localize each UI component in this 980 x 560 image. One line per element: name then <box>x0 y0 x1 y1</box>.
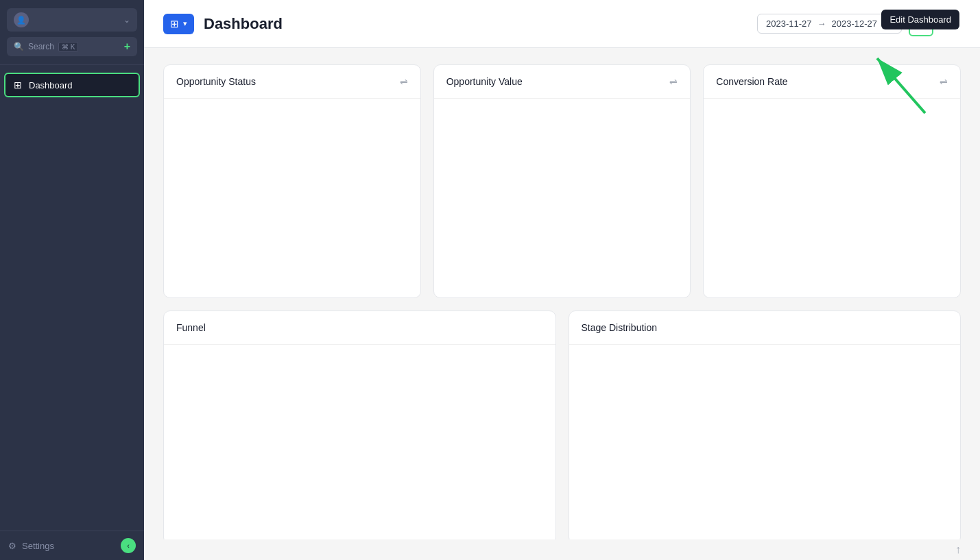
card-title: Conversion Rate <box>716 76 787 87</box>
filter-icon[interactable]: ⇌ <box>940 76 948 87</box>
sidebar-top: 👤 ⌄ 🔍 Search ⌘ K + <box>0 0 144 65</box>
calendar-icon: 📅 <box>883 19 893 29</box>
card-body <box>164 99 420 297</box>
sidebar-bottom: ⚙ Settings ‹ <box>0 531 144 560</box>
page-title: Dashboard <box>204 15 283 33</box>
date-from: 2023-11-27 <box>766 19 812 29</box>
badge-grid-icon: ⊞ <box>170 18 179 30</box>
settings-icon: ⚙ <box>8 541 16 551</box>
card-body <box>164 345 555 539</box>
main-content: Edit Dashboard ⊞ ▾ Dashboard 2023-11-27 … <box>144 0 980 560</box>
settings-label: Settings <box>22 541 54 551</box>
date-to: 2023-12-27 <box>832 19 878 29</box>
workspace-selector[interactable]: 👤 ⌄ <box>7 8 137 32</box>
cards-row-2: Funnel Stage Distribution <box>163 311 961 539</box>
filter-icon[interactable]: ⇌ <box>400 76 408 87</box>
workspace-chevron-icon: ⌄ <box>123 15 130 25</box>
search-bar[interactable]: 🔍 Search ⌘ K + <box>7 37 137 56</box>
badge-chevron-icon: ▾ <box>183 19 187 28</box>
pencil-icon: ✏ <box>917 19 925 29</box>
stage-distribution-card: Stage Distribution <box>569 311 961 539</box>
edit-dashboard-button[interactable]: ✏ <box>909 12 933 36</box>
more-options-button[interactable]: ⋮ <box>940 12 961 36</box>
search-shortcut: ⌘ K <box>58 42 78 52</box>
date-range-picker[interactable]: 2023-11-27 → 2023-12-27 📅 <box>757 14 902 34</box>
workspace-icon: 👤 <box>14 12 29 27</box>
search-plus-icon[interactable]: + <box>124 40 130 53</box>
header: Edit Dashboard ⊞ ▾ Dashboard 2023-11-27 … <box>144 0 980 48</box>
card-title: Funnel <box>176 322 206 333</box>
card-title: Stage Distribution <box>582 322 658 333</box>
sidebar-item-label: Dashboard <box>29 80 73 90</box>
funnel-card: Funnel <box>163 311 556 539</box>
export-icon[interactable]: ↑ <box>955 544 961 556</box>
card-body <box>569 345 961 539</box>
collapse-button[interactable]: ‹ <box>121 538 136 553</box>
search-icon: 🔍 <box>14 42 24 51</box>
card-title: Opportunity Value <box>446 76 523 87</box>
dashboard-icon: ⊞ <box>14 80 22 90</box>
footer-bar: ↑ <box>144 539 980 560</box>
conversion-rate-card: Conversion Rate ⇌ <box>703 64 961 298</box>
sidebar-nav: ⊞ Dashboard <box>0 65 144 531</box>
settings-item[interactable]: ⚙ Settings <box>8 541 54 551</box>
card-body <box>704 99 960 297</box>
card-body <box>434 99 691 297</box>
cards-row-1: Opportunity Status ⇌ Opportunity Value ⇌… <box>163 64 961 298</box>
more-dots-icon: ⋮ <box>944 16 957 32</box>
content-area: Opportunity Status ⇌ Opportunity Value ⇌… <box>144 48 980 539</box>
opportunity-value-card: Opportunity Value ⇌ <box>433 64 691 298</box>
dashboard-type-badge[interactable]: ⊞ ▾ <box>163 14 194 34</box>
search-label: Search <box>28 42 54 51</box>
opportunity-status-card: Opportunity Status ⇌ <box>163 64 421 298</box>
date-arrow-icon: → <box>817 19 826 29</box>
filter-icon[interactable]: ⇌ <box>669 76 678 87</box>
card-title: Opportunity Status <box>176 76 256 87</box>
sidebar: 👤 ⌄ 🔍 Search ⌘ K + ⊞ Dashboard ⚙ Setting… <box>0 0 144 560</box>
sidebar-item-dashboard[interactable]: ⊞ Dashboard <box>4 73 140 97</box>
